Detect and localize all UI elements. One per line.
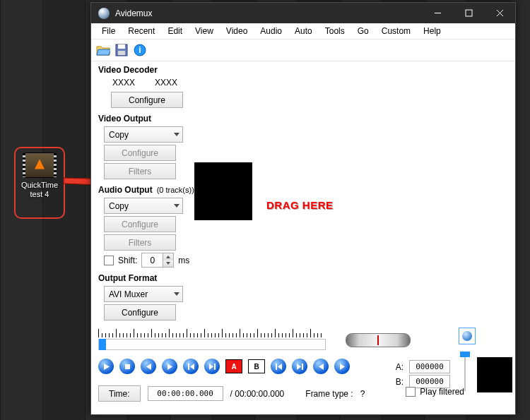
audio-output-combo[interactable]: Copy	[104, 198, 183, 214]
svg-rect-6	[118, 51, 125, 55]
menu-go[interactable]: Go	[351, 24, 375, 38]
annotation-drag-here: DRAG HERE	[266, 199, 334, 211]
disc-icon	[462, 331, 472, 341]
desktop-background: QuickTime test 4 Avidemux File Recent Ed…	[0, 0, 530, 420]
chevron-down-icon	[174, 292, 179, 296]
info-icon[interactable]: i	[132, 42, 148, 58]
toolbar: i	[91, 40, 515, 61]
video-output-combo[interactable]: Copy	[104, 126, 183, 143]
window-title: Avidemux	[115, 8, 152, 18]
stop-button[interactable]	[119, 359, 135, 374]
audio-shift-spin[interactable]: 0	[141, 253, 174, 268]
svg-marker-11	[146, 364, 151, 370]
jog-wheel[interactable]	[346, 333, 411, 347]
menu-edit[interactable]: Edit	[161, 24, 189, 38]
maximize-button[interactable]	[453, 3, 484, 23]
menu-auto[interactable]: Auto	[288, 24, 319, 38]
audio-shift-value: 0	[142, 256, 163, 265]
svg-rect-5	[118, 44, 125, 49]
video-decoder-col1: XXXX	[112, 78, 135, 88]
video-preview-canvas[interactable]	[194, 162, 252, 220]
output-format-configure-button[interactable]: Configure	[104, 304, 176, 320]
menu-video[interactable]: Video	[220, 24, 254, 38]
timeline-ruler	[98, 329, 324, 337]
time-field[interactable]: 00:00:00.000	[148, 386, 223, 401]
prev-black-frame-button[interactable]	[313, 359, 329, 374]
goto-end-button[interactable]	[292, 359, 307, 374]
marker-a-label: A:	[396, 362, 404, 372]
frame-type-label: Frame type :	[305, 389, 353, 399]
output-format-combo[interactable]: AVI Muxer	[104, 286, 183, 302]
goto-start-button[interactable]	[271, 359, 286, 374]
next-keyframe-button[interactable]	[204, 359, 220, 374]
next-black-frame-button[interactable]	[334, 359, 350, 374]
close-button[interactable]	[484, 3, 515, 23]
menu-recent[interactable]: Recent	[122, 24, 161, 38]
svg-rect-17	[276, 364, 277, 370]
set-marker-a-button[interactable]: A	[225, 359, 242, 373]
menubar: File Recent Edit View Video Audio Auto T…	[91, 23, 515, 40]
video-decoder-title: Video Decoder	[98, 65, 515, 75]
refresh-preview-button[interactable]	[459, 328, 476, 344]
audio-output-configure-button[interactable]: Configure	[104, 216, 176, 232]
audio-output-value: Copy	[109, 201, 129, 211]
audio-shift-label: Shift:	[118, 256, 137, 265]
menu-audio[interactable]: Audio	[254, 24, 288, 38]
menu-custom[interactable]: Custom	[375, 24, 417, 38]
video-output-filters-button[interactable]: Filters	[104, 163, 176, 179]
output-format-title: Output Format	[98, 273, 515, 283]
menu-tools[interactable]: Tools	[319, 24, 351, 38]
audio-output-header: Audio Output (0 track(s))	[98, 185, 515, 195]
next-button[interactable]	[162, 359, 177, 374]
audio-shift-checkbox[interactable]	[104, 256, 114, 265]
video-output-title: Video Output	[98, 114, 515, 124]
menu-view[interactable]: View	[189, 24, 220, 38]
svg-rect-16	[214, 364, 216, 370]
video-output-configure-button[interactable]: Configure	[104, 145, 176, 161]
video-decoder-configure-button[interactable]: Configure	[111, 92, 183, 108]
chevron-down-icon	[174, 133, 179, 136]
svg-marker-13	[190, 364, 194, 370]
menu-file[interactable]: File	[95, 24, 122, 38]
svg-text:i: i	[139, 45, 141, 55]
video-decoder-col2: XXXX	[155, 78, 177, 88]
output-format-value: AVI Muxer	[109, 289, 148, 299]
bottom-bar: Time: 00:00:00.000 / 00:00:00.000 Frame …	[98, 385, 508, 402]
prev-keyframe-button[interactable]	[183, 359, 199, 374]
spin-down-icon[interactable]	[163, 260, 173, 268]
open-file-icon[interactable]	[95, 42, 111, 58]
svg-marker-9	[104, 364, 110, 370]
audio-output-tracks: (0 track(s))	[157, 186, 194, 194]
svg-rect-20	[302, 364, 303, 370]
spin-up-icon[interactable]	[163, 253, 173, 260]
menu-help[interactable]: Help	[417, 24, 447, 38]
chevron-down-icon	[174, 204, 179, 208]
titlebar[interactable]: Avidemux	[91, 3, 515, 23]
svg-marker-21	[319, 364, 324, 370]
frame-type-value: ?	[360, 389, 365, 399]
svg-marker-19	[297, 364, 301, 370]
minimize-button[interactable]	[422, 3, 453, 23]
desktop-file-label: QuickTime test 4	[16, 181, 64, 199]
app-window-avidemux: Avidemux File Recent Edit View Video Aud…	[90, 2, 516, 415]
svg-marker-22	[340, 364, 345, 370]
marker-a-field[interactable]: 000000	[409, 360, 450, 373]
save-icon[interactable]	[114, 42, 129, 58]
set-marker-b-button[interactable]: B	[248, 359, 265, 373]
audio-output-title: Audio Output	[98, 185, 153, 195]
desktop-file-quicktime[interactable]: QuickTime test 4	[14, 147, 65, 219]
time-button[interactable]: Time:	[98, 385, 141, 402]
play-button[interactable]	[98, 359, 114, 374]
video-output-value: Copy	[109, 130, 129, 140]
svg-rect-14	[188, 364, 189, 370]
timeline-track[interactable]	[98, 339, 326, 350]
prev-button[interactable]	[141, 359, 156, 374]
svg-marker-18	[278, 364, 282, 370]
time-total: / 00:00:00.000	[230, 389, 285, 399]
svg-marker-15	[209, 364, 213, 370]
audio-output-filters-button[interactable]: Filters	[104, 234, 176, 251]
audio-shift-unit: ms	[178, 256, 189, 265]
timeline-thumb[interactable]	[99, 339, 106, 350]
svg-rect-10	[125, 364, 130, 369]
svg-marker-12	[167, 364, 172, 370]
